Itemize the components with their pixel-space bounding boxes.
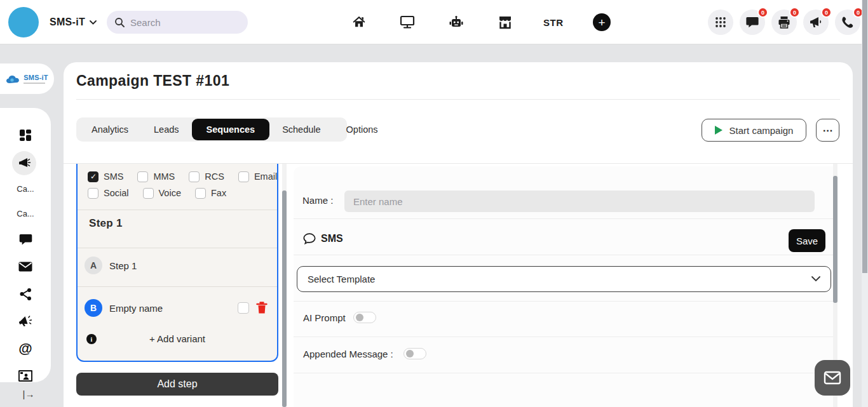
channel-rcs[interactable]: RCS: [189, 171, 224, 182]
channel-sms[interactable]: SMS: [88, 171, 123, 182]
add-step-button[interactable]: Add step: [76, 373, 278, 396]
variant-name: Step 1: [109, 260, 137, 271]
variant-name-input[interactable]: [344, 190, 815, 212]
chat-bubble-icon: [746, 17, 759, 29]
variant-editor-panel: Name : SMS Save Select Template AI Promp…: [294, 166, 833, 407]
trash-icon[interactable]: [256, 302, 268, 314]
sms-section-header: SMS: [303, 233, 343, 244]
apps-grid-button[interactable]: [708, 10, 733, 35]
more-options-button[interactable]: ⋯: [816, 119, 839, 142]
save-button[interactable]: Save: [789, 229, 825, 252]
divider: [78, 248, 277, 248]
share-nodes-icon: [19, 288, 32, 300]
tab-leads[interactable]: Leads: [141, 117, 192, 142]
add-variant-row: i + Add variant: [78, 333, 277, 346]
sidebar-item-ca-2[interactable]: Ca...: [0, 202, 51, 225]
home-nav-button[interactable]: [348, 11, 370, 34]
checkbox-checked-icon: [88, 171, 98, 182]
tab-options[interactable]: Options: [334, 117, 391, 142]
sidebar-item-share[interactable]: [0, 283, 51, 305]
divider: [78, 210, 277, 210]
checkbox-icon: [88, 188, 98, 199]
channel-social[interactable]: Social: [88, 188, 129, 199]
sidebar-item-campaigns[interactable]: [0, 152, 51, 175]
monitor-icon: [400, 15, 415, 29]
sidebar-item-ca-1[interactable]: Ca...: [0, 177, 51, 200]
chevron-down-icon: [90, 20, 97, 25]
announcements-badge: 0: [821, 7, 832, 18]
variant-name: Empty name: [109, 303, 163, 314]
sidebar-item-dashboard[interactable]: [0, 124, 51, 147]
str-nav-button[interactable]: STR: [543, 0, 564, 44]
channel-label: SMS: [104, 171, 123, 182]
printer-button[interactable]: 0: [771, 10, 797, 35]
channel-label: Fax: [211, 188, 226, 198]
announcements-button[interactable]: 0: [803, 10, 829, 35]
desktop-nav-button[interactable]: [396, 11, 419, 34]
sidebar-logo[interactable]: SMS-iT: [0, 63, 54, 94]
sidebar-expand-button[interactable]: |→: [18, 385, 39, 403]
store-nav-button[interactable]: [494, 11, 517, 34]
tab-schedule[interactable]: Schedule: [269, 117, 333, 142]
sidebar-item-broadcast[interactable]: [0, 310, 51, 333]
checkbox-icon: [195, 188, 206, 199]
campaign-tabbar: Analytics Leads Sequences Schedule Optio…: [76, 117, 347, 142]
brand-label: SMS-iT: [50, 17, 85, 28]
dashboard-icon: [19, 129, 32, 142]
store-icon: [498, 15, 513, 29]
editor-scrollbar-thumb[interactable]: [833, 176, 837, 303]
user-avatar[interactable]: [8, 7, 39, 37]
sequence-step-panel: SMS MMS RCS Email Social Voice Fax Step …: [76, 164, 278, 362]
divider: [294, 218, 833, 219]
play-icon: [715, 126, 722, 135]
phone-icon: [841, 16, 854, 29]
start-campaign-button[interactable]: Start campaign: [702, 119, 806, 142]
channel-email[interactable]: Email: [238, 171, 277, 182]
variant-badge-b: B: [85, 299, 102, 317]
ellipsis-icon: ⋯: [823, 124, 833, 137]
tab-sequences[interactable]: Sequences: [192, 119, 270, 140]
add-new-button[interactable]: +: [593, 13, 611, 31]
page-scrollbar-thumb[interactable]: [862, 0, 867, 273]
page-scrollbar[interactable]: [862, 0, 868, 407]
divider: [294, 373, 833, 373]
template-select[interactable]: Select Template: [297, 266, 831, 292]
search-input[interactable]: [130, 17, 232, 28]
tab-analytics[interactable]: Analytics: [79, 117, 141, 142]
top-navbar: SMS-iT STR + 0: [0, 0, 868, 44]
add-variant-button[interactable]: + Add variant: [78, 333, 277, 344]
variant-row-a[interactable]: A Step 1: [78, 257, 277, 274]
channel-mms[interactable]: MMS: [137, 171, 175, 182]
envelope-icon: [18, 262, 32, 272]
sidebar-item-mentions[interactable]: @: [0, 337, 51, 360]
channel-voice[interactable]: Voice: [143, 188, 181, 199]
start-campaign-label: Start campaign: [729, 125, 794, 136]
channel-label: Social: [104, 188, 129, 198]
channel-row-2: Social Voice Fax: [88, 185, 226, 201]
bot-nav-button[interactable]: [445, 11, 468, 34]
channel-fax[interactable]: Fax: [195, 188, 226, 199]
checkbox-icon: [189, 171, 200, 182]
variant-row-b[interactable]: B Empty name: [78, 299, 277, 317]
sidebar-item-contacts[interactable]: [0, 364, 51, 387]
str-label: STR: [543, 17, 564, 28]
chat-bubble-icon: [19, 234, 32, 246]
sidebar-item-chat[interactable]: [0, 228, 51, 251]
toggle-knob: [356, 314, 363, 321]
divider: [294, 301, 833, 302]
checkbox-icon: [238, 171, 249, 182]
robot-icon: [449, 15, 464, 29]
support-chat-launcher[interactable]: [815, 360, 850, 396]
channel-row-1: SMS MMS RCS Email: [88, 169, 277, 184]
sidebar-item-mail[interactable]: [0, 255, 51, 278]
left-scrollbar-thumb[interactable]: [282, 190, 287, 407]
name-label: Name :: [302, 195, 333, 206]
appended-message-toggle[interactable]: [403, 348, 426, 359]
left-panel-scrollbar[interactable]: [282, 164, 287, 407]
ai-prompt-toggle[interactable]: [353, 312, 376, 323]
workspace-selector[interactable]: SMS-iT: [50, 0, 97, 44]
variant-checkbox[interactable]: [238, 302, 249, 314]
calls-button[interactable]: 0: [835, 10, 860, 35]
variant-badge-a: A: [85, 257, 102, 274]
messages-button[interactable]: 0: [740, 10, 765, 35]
